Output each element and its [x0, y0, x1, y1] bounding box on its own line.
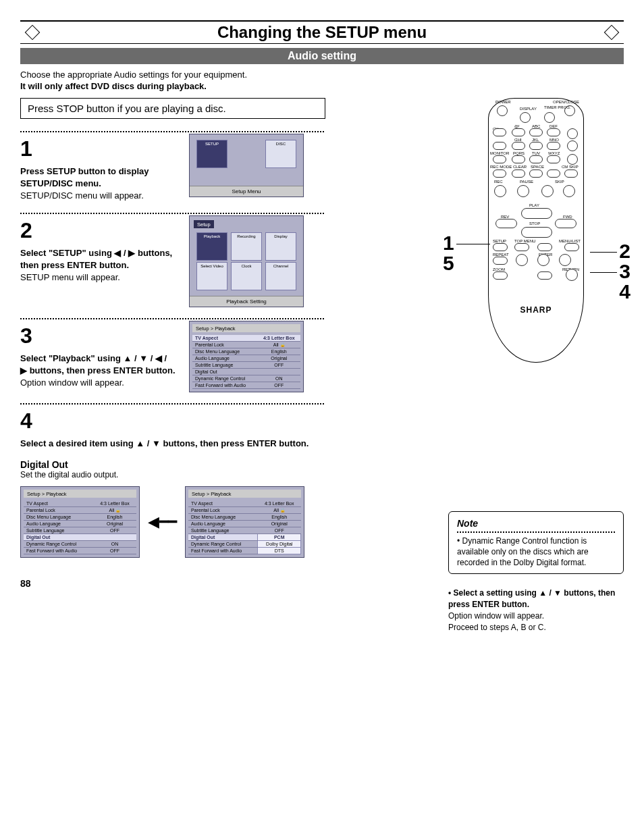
row-digital-label: Digital Out	[192, 369, 257, 375]
dl-r3-v: Original	[93, 521, 136, 527]
dl-r6-v: ON	[93, 541, 136, 548]
digital-out-breadcrumb-r: Setup > Playback	[188, 490, 301, 498]
step-3-breadcrumb: Setup > Playback	[192, 324, 300, 332]
dl-r0-v: 4:3 Letter Box	[93, 500, 136, 507]
remote-label: STOP	[529, 221, 540, 226]
intro-text: Choose the appropriate Audio settings fo…	[20, 70, 624, 93]
step-1-figure: SETUP DISC Setup Menu	[189, 134, 304, 197]
dl-r1-v: All	[93, 507, 136, 514]
step-number-1: 1	[20, 134, 176, 164]
remote-label: SKIP	[555, 180, 564, 184]
repeat-button	[493, 257, 508, 265]
dr-r4-l: Subtitle Language	[188, 527, 258, 534]
row-tv-aspect-val: 4:3 Letter Box	[257, 335, 300, 342]
dr-r5-l: Digital Out	[188, 534, 258, 541]
remote-label: CM SKIP	[562, 165, 579, 169]
tail-line-1: Option window will appear.	[448, 611, 544, 621]
stop-button	[521, 227, 552, 238]
step-number-3: 3	[20, 321, 176, 351]
step-4: 4 Select a desired item using ▲ / ▼ butt…	[20, 406, 421, 450]
page-title-banner: Changing the SETUP menu	[20, 20, 624, 44]
topmenu-button	[514, 243, 529, 251]
tile-select-video: Select Video	[196, 262, 227, 290]
digital-out-breadcrumb-l: Setup > Playback	[24, 490, 136, 498]
cmskip-button	[564, 170, 578, 178]
step-1-bold: Press SETUP button to display SETUP/DISC…	[20, 166, 149, 188]
note-heading: Note	[457, 518, 478, 529]
dl-r1-l: Parental Lock	[24, 507, 93, 514]
step-number-2: 2	[20, 215, 176, 246]
divider	[20, 213, 324, 214]
step-number-4: 4	[20, 406, 308, 436]
disc-tile: DISC	[265, 140, 296, 168]
row-parental-label: Parental Lock	[192, 342, 257, 348]
remote-label: JKL	[532, 138, 539, 142]
digit-6-button	[547, 142, 560, 150]
zoom-button	[493, 271, 508, 280]
remote-label: WXYZ	[548, 151, 560, 155]
dr-r2-l: Disc Menu Language	[188, 514, 258, 521]
callout-5: 5	[443, 252, 454, 275]
intro-line-1: Choose the appropriate Audio settings fo…	[20, 70, 247, 80]
stop-instruction-box: Press STOP button if you are playing a d…	[20, 98, 325, 119]
callout-2: 2	[619, 240, 630, 263]
tile-channel: Channel	[265, 262, 296, 290]
remote-label: REC	[494, 180, 503, 184]
dl-r3-l: Audio Language	[24, 521, 93, 527]
dl-r2-l: Disc Menu Language	[24, 514, 93, 521]
dl-r4-l: Subtitle Language	[24, 527, 93, 534]
divider	[20, 403, 324, 405]
digit-0-button	[529, 170, 543, 178]
dr-r7-l: Fast Forward with Audio	[188, 548, 258, 554]
recmode-button	[493, 170, 506, 178]
dr-r3-l: Audio Language	[188, 521, 258, 527]
row-parental-val: All	[257, 342, 300, 348]
tail-bold-pre: • Select a setting using	[448, 588, 539, 598]
remote-label: MONITOR	[490, 151, 509, 155]
aux-button	[567, 128, 578, 139]
digit-7-button	[512, 155, 525, 163]
up-arrow-button	[537, 243, 552, 251]
remote-label: CLEAR	[513, 165, 527, 169]
pause-button	[517, 185, 529, 197]
divider	[20, 131, 324, 132]
remote-label: MENU/LIST	[559, 239, 581, 243]
row-audio-label: Audio Language	[192, 355, 257, 362]
step-3-bold-pre: Select "Playback" using	[20, 353, 124, 363]
digital-out-heading: Digital Out	[20, 459, 421, 470]
tile-clock: Clock	[231, 262, 262, 290]
remote-label: FWD	[563, 215, 572, 219]
dr-r7-v: DTS	[258, 548, 301, 554]
dr-r1-l: Parental Lock	[188, 507, 258, 514]
down-arrow-button	[537, 271, 552, 280]
row-audio-val: Original	[257, 355, 300, 362]
page-title: Changing the SETUP menu	[20, 23, 624, 42]
remote-label: @!	[514, 124, 520, 128]
fwd-button	[555, 219, 576, 228]
remote-label: TUV	[532, 151, 540, 155]
remote-label: TIMER PROG.	[544, 105, 571, 109]
tail-line-2: Proceed to steps A, B or C.	[448, 623, 546, 632]
digital-out-text: Set the digital audio output.	[20, 470, 421, 479]
step-2-mock-title: Setup	[194, 220, 214, 228]
intro-line-2: It will only affect DVD discs during pla…	[20, 81, 207, 91]
right-arrow-button	[559, 254, 571, 266]
monitor-button	[493, 155, 506, 163]
step-1-plain: SETUP/DISC menu will appear.	[20, 190, 144, 201]
dr-r6-l: Dynamic Range Control	[188, 541, 258, 548]
step-2-bold-pre: Select "SETUP" using	[20, 248, 114, 258]
enter-button	[537, 254, 549, 266]
row-drc-val: ON	[257, 375, 300, 382]
callout-1: 1	[443, 232, 454, 255]
digit-9-button	[547, 155, 560, 163]
dl-r5-v	[93, 534, 136, 541]
skip-next-button	[563, 185, 575, 197]
callout-line	[456, 244, 490, 244]
remote-label: DISPLAY	[520, 107, 537, 111]
digital-out-figures: Setup > Playback TV Aspect4:3 Letter Box…	[20, 486, 421, 558]
digit-1-button	[512, 128, 525, 136]
step-2-caption: Playback Setting	[190, 296, 303, 307]
dl-r7-l: Fast Forward with Audio	[24, 548, 93, 554]
callout-4: 4	[619, 280, 630, 303]
space-button	[547, 170, 560, 178]
